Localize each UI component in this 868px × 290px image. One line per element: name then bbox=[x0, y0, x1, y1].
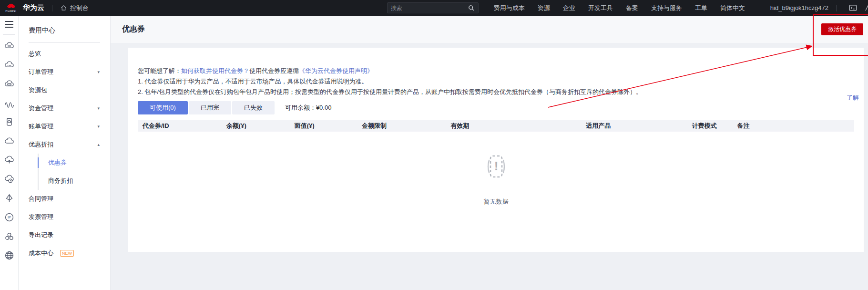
waves-icon[interactable] bbox=[0, 93, 18, 112]
notice-mid: 使用代金券应遵循 bbox=[249, 67, 299, 74]
cloud-clock-icon[interactable] bbox=[0, 169, 18, 188]
coupon-statement-link[interactable]: 《华为云代金券使用声明》 bbox=[299, 67, 373, 74]
nav-enterprise[interactable]: 企业 bbox=[563, 4, 575, 12]
main-area: 优惠券 激活优惠券 您可能想了解：如何获取并使用代金券？使用代金券应遵循《华为云… bbox=[111, 16, 868, 290]
cloud-server-icon[interactable] bbox=[0, 36, 18, 55]
col-amount-limit: 金额限制 bbox=[357, 120, 446, 132]
coupon-table: 代金券/ID 余额(¥) 面值(¥) 金额限制 有效期 适用产品 计费模式 备注 bbox=[138, 120, 854, 206]
global-search bbox=[387, 2, 479, 13]
coupon-tabs: 可使用(0) 已用完 已失效 可用余额：¥0.00 bbox=[138, 101, 854, 114]
balance-value: ¥0.00 bbox=[316, 104, 332, 111]
nav-resources[interactable]: 资源 bbox=[538, 4, 550, 12]
nav-beian[interactable]: 备案 bbox=[626, 4, 638, 12]
notice-rule-2: 2. 包年/包月类型的代金券仅在订购包年包月产品时使用；按需类型的代金券仅用于按… bbox=[138, 87, 854, 97]
nav-devtools[interactable]: 开发工具 bbox=[588, 4, 613, 12]
device-icon[interactable] bbox=[0, 112, 18, 131]
sidebar-item-resource-packages[interactable]: 资源包 bbox=[19, 81, 110, 99]
huawei-logo-icon[interactable]: HUAWEI bbox=[3, 3, 19, 12]
brand-name[interactable]: 华为云 bbox=[23, 3, 44, 12]
service-icon-strip: IP bbox=[0, 16, 19, 290]
col-applicable-products: 适用产品 bbox=[581, 120, 687, 132]
col-billing-mode: 计费模式 bbox=[687, 120, 733, 132]
new-badge: NEW bbox=[60, 250, 74, 257]
sidebar: 费用中心 总览 订单管理 ▾ 资源包 资金管理 ▾ 账单管理 ▾ 优惠折扣 bbox=[19, 16, 111, 290]
svg-text:IP: IP bbox=[7, 215, 10, 219]
cloud-ellipsis-icon[interactable] bbox=[0, 55, 18, 74]
sidebar-item-bill-management[interactable]: 账单管理 ▾ bbox=[19, 117, 110, 135]
sidebar-item-export-records[interactable]: 导出记录 bbox=[19, 226, 110, 244]
tab-available[interactable]: 可使用(0) bbox=[138, 101, 188, 114]
sidebar-item-discounts[interactable]: 优惠折扣 ▴ bbox=[19, 135, 110, 154]
tab-used-up[interactable]: 已用完 bbox=[189, 101, 231, 114]
sidebar-item-overview[interactable]: 总览 bbox=[19, 45, 110, 63]
strip-divider bbox=[3, 34, 15, 35]
cut-off-icon[interactable] bbox=[865, 4, 868, 12]
col-face-value: 面值(¥) bbox=[290, 120, 357, 132]
home-icon bbox=[60, 4, 67, 11]
cloud-icon[interactable] bbox=[0, 131, 18, 150]
sidebar-title: 费用中心 bbox=[19, 26, 110, 35]
col-remarks: 备注 bbox=[732, 120, 854, 132]
ip-icon[interactable]: IP bbox=[0, 207, 18, 227]
notice-rule-1: 1. 代金券仅适用于华为云产品，不适用于云市场产品，具体以代金券适用说明为准。 bbox=[138, 76, 854, 87]
table-header-row: 代金券/ID 余额(¥) 面值(¥) 金额限制 有效期 适用产品 计费模式 备注 bbox=[138, 120, 854, 132]
huawei-cloud-console: HUAWEI 华为云 控制台 费用与成本 资源 企业 开发工具 备案 支持与服务… bbox=[0, 0, 868, 290]
huawei-wordmark: HUAWEI bbox=[6, 10, 17, 12]
empty-row: ! 暂无数据 bbox=[138, 132, 854, 206]
svg-text:!: ! bbox=[494, 159, 498, 173]
cloud-card-icon[interactable] bbox=[0, 74, 18, 93]
shell: IP 费用中心 总览 订单管理 ▾ 资源包 资金管理 bbox=[0, 16, 868, 290]
account-name[interactable]: hid_b9igjok1hczg472 bbox=[770, 4, 828, 11]
chevron-down-icon: ▾ bbox=[97, 70, 100, 74]
sidebar-item-coupons[interactable]: 优惠券 bbox=[39, 154, 110, 172]
cli-console-icon[interactable] bbox=[849, 4, 857, 12]
nav-ticket[interactable]: 工单 bbox=[695, 4, 707, 12]
sidebar-item-cost-center[interactable]: 成本中心 NEW bbox=[19, 244, 110, 262]
page-title: 优惠券 bbox=[122, 24, 821, 34]
sidebar-item-commercial-discount[interactable]: 商务折扣 bbox=[39, 172, 110, 190]
menu-icon[interactable] bbox=[4, 21, 14, 30]
huawei-flower-icon bbox=[7, 3, 15, 10]
topbar-divider bbox=[836, 5, 837, 11]
learn-more-link[interactable]: 了解 bbox=[847, 93, 859, 102]
col-balance: 余额(¥) bbox=[222, 120, 290, 132]
discounts-submenu: 优惠券 商务折扣 bbox=[38, 154, 110, 190]
chevron-up-icon: ▴ bbox=[97, 142, 100, 147]
empty-text: 暂无数据 bbox=[484, 197, 509, 206]
console-link[interactable]: 控制台 bbox=[60, 4, 89, 12]
sidebar-item-order-management[interactable]: 订单管理 ▾ bbox=[19, 63, 110, 81]
col-coupon-id: 代金券/ID bbox=[138, 120, 222, 132]
empty-state: ! 暂无数据 bbox=[138, 132, 854, 206]
chevron-down-icon: ▾ bbox=[97, 106, 100, 111]
no-data-icon: ! bbox=[482, 153, 510, 180]
content-area: 您可能想了解：如何获取并使用代金券？使用代金券应遵循《华为云代金券使用声明》 1… bbox=[111, 43, 868, 290]
user-group-icon[interactable] bbox=[0, 227, 18, 246]
available-balance: 可用余额：¥0.00 bbox=[285, 104, 332, 112]
tab-expired[interactable]: 已失效 bbox=[232, 101, 275, 114]
sidebar-item-contract-management[interactable]: 合同管理 bbox=[19, 190, 110, 208]
chevron-down-icon: ▾ bbox=[97, 124, 100, 129]
sidebar-divider bbox=[29, 42, 100, 43]
balance-icon[interactable] bbox=[0, 188, 18, 207]
how-to-get-coupon-link[interactable]: 如何获取并使用代金券？ bbox=[181, 67, 249, 74]
search-input[interactable] bbox=[391, 5, 468, 11]
topbar-nav: 费用与成本 资源 企业 开发工具 备案 支持与服务 工单 简体中文 bbox=[494, 4, 745, 12]
topbar: HUAWEI 华为云 控制台 费用与成本 资源 企业 开发工具 备案 支持与服务… bbox=[0, 0, 868, 16]
page-header: 优惠券 激活优惠券 bbox=[111, 16, 868, 43]
sidebar-item-invoice-management[interactable]: 发票管理 bbox=[19, 208, 110, 226]
notice-prefix: 您可能想了解： bbox=[138, 67, 181, 74]
topbar-right: hid_b9igjok1hczg472 bbox=[757, 4, 868, 12]
col-validity: 有效期 bbox=[446, 120, 581, 132]
globe-icon[interactable] bbox=[0, 246, 18, 265]
nav-support[interactable]: 支持与服务 bbox=[651, 4, 682, 12]
sidebar-item-funds-management[interactable]: 资金管理 ▾ bbox=[19, 99, 110, 117]
nav-language[interactable]: 简体中文 bbox=[720, 4, 745, 12]
cloud-upload-icon[interactable] bbox=[0, 150, 18, 169]
activate-coupon-button[interactable]: 激活优惠券 bbox=[821, 23, 863, 35]
topbar-divider bbox=[52, 5, 52, 11]
search-icon[interactable] bbox=[468, 4, 475, 11]
notice-line-1: 您可能想了解：如何获取并使用代金券？使用代金券应遵循《华为云代金券使用声明》 bbox=[138, 66, 854, 76]
nav-billing-cost[interactable]: 费用与成本 bbox=[494, 4, 525, 12]
coupon-card: 您可能想了解：如何获取并使用代金券？使用代金券应遵循《华为云代金券使用声明》 1… bbox=[128, 48, 864, 252]
